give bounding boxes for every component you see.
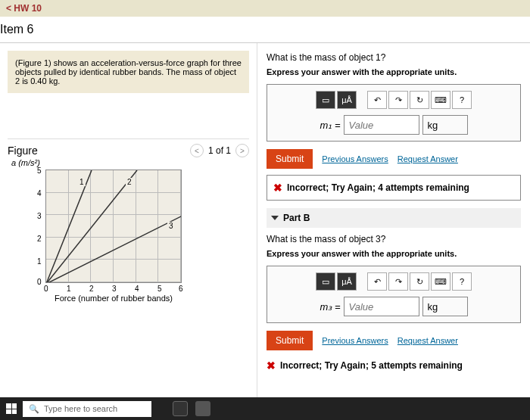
part-b-var: m₃ =	[320, 301, 340, 313]
svg-line-2	[46, 216, 181, 282]
graph-lines	[46, 170, 181, 282]
help-button-b[interactable]: ?	[452, 272, 472, 291]
windows-start-icon[interactable]	[6, 403, 17, 414]
part-b-question: What is the mass of object 3?	[267, 234, 521, 244]
windows-taskbar: 🔍 Type here to search	[0, 397, 530, 420]
part-a-var: m₁ =	[320, 120, 340, 131]
part-a-submit-button[interactable]: Submit	[267, 149, 313, 169]
search-placeholder: Type here to search	[44, 404, 117, 413]
template-button-b[interactable]: ▭	[316, 272, 335, 291]
ytick-2: 2	[37, 235, 42, 243]
redo-button-b[interactable]: ↷	[388, 272, 408, 291]
part-b-unit[interactable]: kg	[422, 297, 468, 316]
line-label-2: 2	[126, 178, 133, 186]
part-b-prev-answers-link[interactable]: Previous Answers	[322, 336, 388, 345]
xtick-0: 0	[44, 285, 48, 293]
keyboard-button-b[interactable]: ⌨	[431, 272, 450, 291]
incorrect-icon: ✖	[273, 182, 282, 194]
part-a-feedback-text: Incorrect; Try Again; 4 attempts remaini…	[287, 182, 469, 193]
part-b-request-answer-link[interactable]: Request Answer	[398, 336, 458, 345]
left-panel: (Figure 1) shows an acceleration-versus-…	[0, 43, 257, 420]
part-b-value-input[interactable]	[344, 297, 419, 316]
help-button[interactable]: ?	[452, 91, 472, 109]
reset-button[interactable]: ↻	[410, 91, 429, 109]
part-a-feedback: ✖ Incorrect; Try Again; 4 attempts remai…	[267, 175, 521, 201]
x-axis-label: Force (number of rubber bands)	[45, 294, 182, 303]
units-button-b[interactable]: μÅ	[337, 272, 357, 291]
part-b-answer-box: ▭ μÅ ↶ ↷ ↻ ⌨ ? m₃ = kg	[267, 266, 521, 323]
part-b-instruction: Express your answer with the appropriate…	[267, 249, 521, 258]
ytick-3: 3	[37, 212, 42, 220]
line-label-3: 3	[167, 222, 175, 230]
part-a-question: What is the mass of object 1?	[267, 52, 521, 63]
ytick-1: 1	[37, 257, 42, 266]
incorrect-icon-b: ✖	[267, 359, 276, 372]
task-icon-1[interactable]	[173, 401, 188, 416]
svg-line-0	[46, 170, 92, 282]
ytick-4: 4	[37, 189, 42, 198]
undo-button-b[interactable]: ↶	[367, 272, 387, 291]
part-a-prev-answers-link[interactable]: Previous Answers	[322, 154, 388, 163]
xtick-1: 1	[67, 285, 71, 293]
units-button[interactable]: μÅ	[337, 91, 357, 109]
line-label-1: 1	[78, 178, 86, 186]
problem-statement: (Figure 1) shows an acceleration-versus-…	[8, 51, 249, 93]
xtick-3: 3	[112, 285, 117, 293]
keyboard-button[interactable]: ⌨	[431, 91, 450, 109]
redo-button[interactable]: ↷	[388, 91, 408, 109]
part-a-answer-box: ▭ μÅ ↶ ↷ ↻ ⌨ ? m₁ = kg	[267, 84, 521, 142]
xtick-4: 4	[135, 285, 139, 293]
template-button[interactable]: ▭	[316, 91, 335, 109]
graph-figure: a (m/s²) 5 4 3 2 1 0 0 1 2 3 4	[8, 162, 249, 303]
right-panel: What is the mass of object 1? Express yo…	[257, 43, 530, 420]
part-a-request-answer-link[interactable]: Request Answer	[398, 154, 458, 163]
part-b-title: Part B	[283, 213, 310, 223]
figure-count: 1 of 1	[208, 145, 231, 156]
y-axis-label: a (m/s²)	[11, 158, 40, 167]
xtick-6: 6	[179, 285, 183, 293]
xtick-5: 5	[157, 285, 162, 293]
undo-button[interactable]: ↶	[367, 91, 387, 109]
ytick-0: 0	[37, 278, 42, 286]
collapse-icon	[271, 216, 279, 220]
taskbar-search[interactable]: 🔍 Type here to search	[23, 401, 151, 417]
figure-prev-button[interactable]: <	[190, 144, 204, 157]
task-icon-2[interactable]	[195, 401, 210, 416]
svg-line-1	[46, 170, 137, 282]
item-title: Item 6	[0, 17, 530, 43]
xtick-2: 2	[89, 285, 94, 293]
search-icon: 🔍	[29, 404, 39, 414]
part-a-instruction: Express your answer with the appropriate…	[267, 67, 521, 76]
figure-title: Figure	[8, 145, 38, 157]
reset-button-b[interactable]: ↻	[410, 272, 429, 291]
figure-next-button[interactable]: >	[235, 144, 249, 157]
nav-back-link[interactable]: < HW 10	[0, 0, 530, 17]
part-b-submit-button[interactable]: Submit	[267, 331, 313, 350]
part-b-feedback: ✖ Incorrect; Try Again; 5 attempts remai…	[267, 356, 521, 375]
part-b-feedback-text: Incorrect; Try Again; 5 attempts remaini…	[280, 360, 463, 371]
part-a-value-input[interactable]	[344, 115, 419, 135]
ytick-5: 5	[37, 166, 42, 175]
part-b-header[interactable]: Part B	[267, 208, 521, 228]
part-a-unit[interactable]: kg	[422, 115, 468, 135]
